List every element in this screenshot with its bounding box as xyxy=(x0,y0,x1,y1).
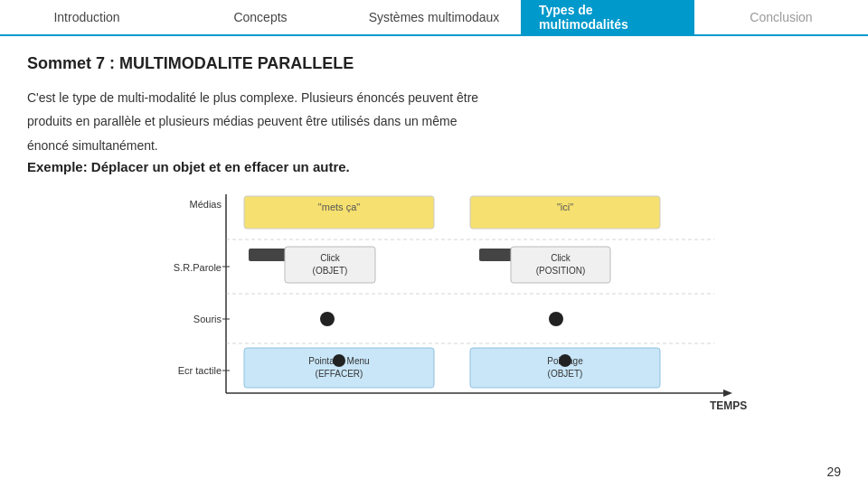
diagram-container: Médias S.R.Parole Souris Ecr tactile TEM… xyxy=(27,185,841,420)
svg-text:Souris: Souris xyxy=(193,314,222,324)
svg-point-35 xyxy=(559,354,571,367)
svg-text:(OBJET): (OBJET) xyxy=(313,266,348,276)
page-number: 29 xyxy=(826,465,841,479)
svg-text:Click: Click xyxy=(320,253,341,263)
svg-text:Médias: Médias xyxy=(190,199,222,210)
svg-marker-2 xyxy=(723,389,732,397)
svg-text:TEMPS: TEMPS xyxy=(710,399,747,412)
svg-text:"mets ça": "mets ça" xyxy=(318,202,360,212)
nav-conclusion[interactable]: Conclusion xyxy=(694,0,868,34)
svg-rect-32 xyxy=(470,348,660,388)
svg-text:S.R.Parole: S.R.Parole xyxy=(174,262,222,273)
nav-types[interactable]: Types de multimodalités xyxy=(521,0,694,34)
svg-point-27 xyxy=(549,312,563,326)
svg-point-26 xyxy=(320,312,335,326)
diagram: Médias S.R.Parole Souris Ecr tactile TEM… xyxy=(118,185,750,420)
svg-text:"ici": "ici" xyxy=(557,202,573,212)
svg-text:(EFFACER): (EFFACER) xyxy=(316,369,363,379)
svg-point-31 xyxy=(333,354,345,367)
svg-text:(POSITION): (POSITION) xyxy=(536,266,585,276)
svg-text:Click: Click xyxy=(551,253,571,263)
svg-text:Ecr tactile: Ecr tactile xyxy=(178,365,222,376)
nav-systemes[interactable]: Systèmes multimodaux xyxy=(347,0,521,34)
body-text-1: C'est le type de multi-modalité le plus … xyxy=(27,88,841,108)
nav-introduction[interactable]: Introduction xyxy=(0,0,174,34)
svg-text:(OBJET): (OBJET) xyxy=(548,369,583,379)
slide-title: Sommet 7 : MULTIMODALITE PARALLELE xyxy=(27,54,841,73)
navigation-bar: Introduction Concepts Systèmes multimoda… xyxy=(0,0,868,36)
nav-concepts[interactable]: Concepts xyxy=(174,0,347,34)
diagram-svg: Médias S.R.Parole Souris Ecr tactile TEM… xyxy=(118,185,750,420)
body-text-2: produits en parallèle et plusieurs média… xyxy=(27,111,841,131)
svg-rect-23 xyxy=(511,247,610,283)
body-text-3: énoncé simultanément. xyxy=(27,136,841,155)
slide-content: Sommet 7 : MULTIMODALITE PARALLELE C'est… xyxy=(0,36,868,429)
example-text: Exemple: Déplacer un objet et en effacer… xyxy=(27,159,841,174)
svg-rect-28 xyxy=(244,348,434,388)
svg-rect-19 xyxy=(285,247,375,283)
